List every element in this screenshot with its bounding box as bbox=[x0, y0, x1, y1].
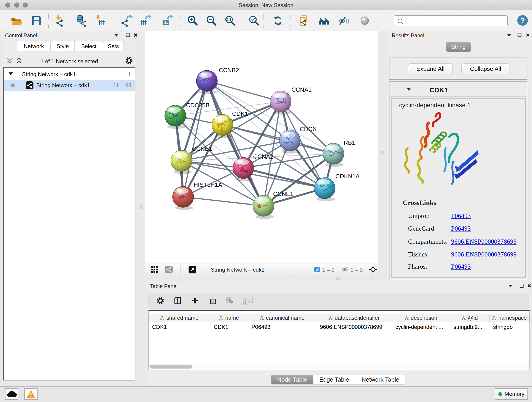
column-header-canonical-name[interactable]: canonical name bbox=[248, 313, 317, 322]
open-session-icon[interactable] bbox=[10, 15, 22, 27]
export-image-icon[interactable] bbox=[162, 15, 174, 27]
undock-panel-icon[interactable] bbox=[518, 33, 521, 37]
import-network-from-database-icon[interactable] bbox=[75, 15, 87, 27]
presentation-sphere-icon[interactable] bbox=[359, 15, 371, 27]
tab-edge-table[interactable]: Edge Table bbox=[313, 375, 355, 384]
zoom-out-icon[interactable] bbox=[206, 15, 217, 27]
show-columns-icon[interactable] bbox=[174, 297, 181, 305]
network-edge-CCNB2-HIST1H1A[interactable] bbox=[183, 81, 207, 197]
warnings-button[interactable] bbox=[24, 388, 38, 400]
undock-panel-icon[interactable] bbox=[126, 33, 130, 37]
close-panel-icon[interactable] bbox=[527, 284, 531, 288]
share-network-icon[interactable] bbox=[165, 266, 173, 274]
collapse-all-button[interactable]: Collapse All bbox=[462, 64, 510, 74]
hide-unhide-icon[interactable] bbox=[338, 15, 350, 27]
import-network-icon[interactable] bbox=[54, 15, 66, 27]
search-box bbox=[394, 15, 508, 26]
network-edge-CDK1-RB1[interactable] bbox=[222, 125, 333, 154]
bottom-splitter-handle[interactable] bbox=[336, 277, 340, 280]
export-network-icon[interactable] bbox=[121, 15, 133, 27]
toolbar-separator bbox=[264, 13, 264, 28]
node-label-CDC6: CDC6 bbox=[300, 126, 316, 133]
results-scrollbar[interactable] bbox=[527, 82, 529, 279]
function-builder-icon[interactable]: f(x) bbox=[243, 296, 253, 305]
tab-select[interactable]: Select bbox=[75, 41, 103, 51]
network-node-CDC25B[interactable] bbox=[165, 105, 186, 129]
right-splitter-handle[interactable] bbox=[381, 151, 385, 154]
fit-crosshair-icon[interactable] bbox=[369, 265, 377, 274]
crosslink-link[interactable]: 9606.ENSP00000378699 bbox=[451, 251, 516, 258]
delete-table-icon[interactable] bbox=[226, 298, 233, 304]
birdseye-view-icon[interactable] bbox=[189, 266, 196, 274]
column-header-shared-name[interactable]: shared name bbox=[149, 313, 210, 322]
selected-checkbox-icon[interactable] bbox=[314, 267, 320, 272]
network-row-selected[interactable]: String Network – cdk1 11 48 bbox=[4, 80, 135, 91]
column-header-description[interactable]: description bbox=[392, 313, 450, 322]
network-node-RB1[interactable] bbox=[323, 143, 344, 167]
expand-all-button[interactable]: Expand All bbox=[408, 64, 453, 74]
column-header-database-identifier[interactable]: database identifier bbox=[317, 313, 392, 322]
hidden-eye-icon[interactable] bbox=[341, 267, 348, 272]
save-session-icon[interactable] bbox=[31, 15, 43, 27]
add-column-icon[interactable] bbox=[192, 298, 198, 304]
edge-count: 48 bbox=[125, 82, 131, 89]
share-session-file-icon[interactable] bbox=[298, 15, 310, 27]
crosslinks-heading: CrossLinks bbox=[403, 199, 436, 206]
network-node-CDK1[interactable] bbox=[212, 114, 233, 138]
crosslink-link[interactable]: P06493 bbox=[451, 212, 471, 220]
refresh-layout-icon[interactable] bbox=[272, 15, 284, 27]
float-panel-icon[interactable] bbox=[508, 285, 513, 287]
tab-network[interactable]: Network bbox=[17, 41, 51, 51]
network-edge-HIST1H1A-CCNE1[interactable] bbox=[183, 197, 264, 206]
network-node-CDKN1A[interactable] bbox=[314, 178, 335, 201]
string-network-icon bbox=[26, 81, 33, 89]
column-header-name[interactable]: name bbox=[210, 313, 248, 322]
left-splitter-handle[interactable] bbox=[140, 205, 143, 209]
zoom-fit-icon[interactable] bbox=[224, 15, 236, 27]
column-header-namespace[interactable]: namespace bbox=[490, 313, 530, 322]
crosslink-link[interactable]: 9606.ENSP00000378699 bbox=[451, 238, 516, 245]
tab-string[interactable]: String bbox=[446, 42, 471, 52]
toolbar-separator bbox=[291, 13, 291, 28]
export-table-icon[interactable] bbox=[140, 15, 152, 27]
close-panel-icon[interactable] bbox=[133, 33, 138, 37]
home-icon[interactable] bbox=[318, 15, 330, 27]
import-table-icon[interactable] bbox=[95, 15, 107, 27]
undock-panel-icon[interactable] bbox=[520, 284, 524, 288]
zoom-in-icon[interactable] bbox=[187, 15, 199, 27]
cloud-button[interactable] bbox=[5, 388, 18, 400]
table-hscrollbar-thumb[interactable] bbox=[150, 365, 192, 369]
network-node-HIST1H1A[interactable] bbox=[172, 186, 194, 210]
gene-entry-header[interactable]: CDK1 bbox=[389, 83, 527, 97]
tab-style[interactable]: Style bbox=[51, 41, 75, 51]
memory-button[interactable]: Memory bbox=[495, 388, 528, 400]
delete-column-icon[interactable] bbox=[210, 297, 216, 304]
tab-sets[interactable]: Sets bbox=[103, 41, 124, 51]
network-node-CCNB1[interactable] bbox=[171, 150, 192, 174]
tab-node-table[interactable]: Node Table bbox=[271, 375, 313, 384]
network-node-CCNB2[interactable] bbox=[196, 70, 217, 94]
crosslink-link[interactable]: P06493 bbox=[451, 263, 471, 270]
float-panel-icon[interactable] bbox=[507, 34, 511, 37]
network-options-gear-icon[interactable] bbox=[125, 56, 133, 65]
grid-view-icon[interactable] bbox=[151, 266, 158, 273]
table-row[interactable]: CDK1CDK1P064939606.ENSP00000378699cyclin… bbox=[149, 323, 530, 331]
help-icon[interactable]: ? bbox=[517, 15, 528, 26]
network-collection-row[interactable]: String Network – cdk1 1 bbox=[4, 69, 135, 80]
search-icon bbox=[397, 18, 404, 25]
window-title: Session: New Session bbox=[0, 2, 532, 8]
network-node-CCNE1[interactable] bbox=[253, 195, 274, 219]
table-cell: cyclin-dependent ... bbox=[392, 323, 450, 331]
crosslink-label: Pharos: bbox=[408, 263, 427, 270]
close-panel-icon[interactable] bbox=[526, 33, 530, 37]
column-header--id[interactable]: @id bbox=[450, 313, 490, 322]
search-input[interactable] bbox=[406, 17, 505, 25]
network-graph[interactable]: CCNB2CCNA1CDC25BCDK1CDC6RB1CCNB1CCNA2CDK… bbox=[145, 31, 378, 264]
zoom-selected-icon[interactable] bbox=[248, 15, 260, 27]
tab-network-table[interactable]: Network Table bbox=[355, 375, 406, 384]
network-canvas[interactable]: CCNB2CCNA1CDC25BCDK1CDC6RB1CCNB1CCNA2CDK… bbox=[145, 31, 378, 275]
crosslink-link[interactable]: P06493 bbox=[451, 225, 471, 232]
network-node-CCNA1[interactable] bbox=[270, 91, 291, 115]
table-settings-gear-icon[interactable] bbox=[156, 297, 165, 305]
float-panel-icon[interactable] bbox=[114, 34, 119, 37]
